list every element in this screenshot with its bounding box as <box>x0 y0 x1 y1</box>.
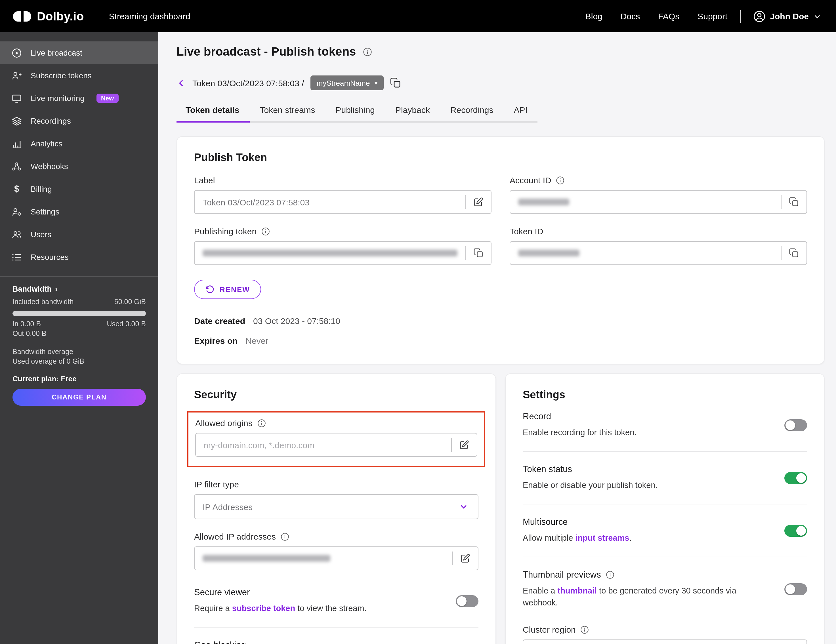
token-status-row: Token status Enable or disable your publ… <box>523 452 807 504</box>
sidebar-item-label: Users <box>31 230 51 239</box>
security-card: Security Allowed origins IP filter t <box>176 373 496 644</box>
edit-icon <box>474 197 483 207</box>
info-icon[interactable] <box>556 176 565 185</box>
edit-label-button[interactable] <box>466 196 491 208</box>
tab-recordings[interactable]: Recordings <box>440 105 504 121</box>
new-badge: New <box>96 94 118 103</box>
token-status-toggle[interactable] <box>784 472 807 484</box>
sidebar-item-label: Recordings <box>31 116 71 126</box>
sidebar-item-webhooks[interactable]: Webhooks <box>0 155 158 178</box>
copy-account-id-button[interactable] <box>782 196 807 208</box>
edit-icon <box>460 553 470 563</box>
copy-publishing-token-button[interactable] <box>466 248 491 259</box>
info-icon[interactable] <box>363 47 372 57</box>
expires-on-label: Expires on <box>194 336 238 346</box>
sidebar-item-users[interactable]: Users <box>0 223 158 246</box>
publish-token-card: Publish Token Label <box>176 136 825 364</box>
sidebar-item-label: Webhooks <box>31 162 68 171</box>
publish-token-heading: Publish Token <box>194 152 807 164</box>
edit-allowed-ips-button[interactable] <box>453 553 478 564</box>
sidebar-item-subscribe-tokens[interactable]: Subscribe tokens <box>0 64 158 87</box>
allowed-origins-input[interactable] <box>196 440 451 450</box>
thumbnail-previews-toggle[interactable] <box>784 583 807 595</box>
play-circle-icon <box>11 47 22 58</box>
change-plan-button[interactable]: CHANGE PLAN <box>13 389 146 406</box>
bandwidth-panel: Bandwidth › Included bandwidth 50.00 GiB… <box>0 276 158 406</box>
bandwidth-progress-bar <box>13 311 146 316</box>
current-plan-label: Current plan: Free <box>13 375 146 383</box>
tab-playback[interactable]: Playback <box>385 105 440 121</box>
secure-viewer-toggle[interactable] <box>456 595 478 607</box>
chevron-down-icon <box>459 502 469 512</box>
info-icon[interactable] <box>606 570 615 579</box>
token-id-field-group: Token ID <box>509 227 807 265</box>
renew-button[interactable]: RENEW <box>194 280 261 299</box>
thumbnail-previews-desc: Enable a thumbnail to be generated every… <box>523 585 771 609</box>
info-icon[interactable] <box>580 625 589 634</box>
sidebar-item-billing[interactable]: $ Billing <box>0 178 158 200</box>
record-desc: Enable recording for this token. <box>523 427 771 439</box>
record-title: Record <box>523 411 771 422</box>
tab-api[interactable]: API <box>504 105 538 121</box>
chevron-down-icon: ▾ <box>374 80 377 86</box>
user-avatar-icon <box>753 10 765 23</box>
sidebar-item-settings[interactable]: Settings <box>0 200 158 223</box>
edit-icon <box>459 440 469 450</box>
tab-token-streams[interactable]: Token streams <box>250 105 325 121</box>
ip-filter-type-select[interactable]: IP Addresses <box>194 494 478 519</box>
user-name: John Doe <box>770 11 809 21</box>
edit-allowed-origins-button[interactable] <box>452 439 477 450</box>
account-id-label: Account ID <box>509 175 551 185</box>
sidebar-item-live-monitoring[interactable]: Live monitoring New <box>0 87 158 109</box>
back-chevron-icon[interactable] <box>176 78 186 88</box>
sidebar-item-resources[interactable]: Resources <box>0 246 158 268</box>
nav-blog[interactable]: Blog <box>585 11 603 21</box>
info-icon[interactable] <box>261 227 270 236</box>
nav-support[interactable]: Support <box>697 11 727 21</box>
nav-faqs[interactable]: FAQs <box>658 11 679 21</box>
stream-name-dropdown[interactable]: myStreamName ▾ <box>310 75 384 90</box>
copy-token-id-button[interactable] <box>782 248 807 259</box>
top-bar: Dolby.io Streaming dashboard Blog Docs F… <box>0 0 836 33</box>
dolby-logo[interactable]: Dolby.io <box>13 9 84 23</box>
record-toggle[interactable] <box>784 419 807 431</box>
multisource-toggle[interactable] <box>784 525 807 536</box>
user-menu[interactable]: John Doe <box>753 10 821 23</box>
cluster-region-select[interactable]: Use account default <box>523 639 807 644</box>
thumbnail-previews-row: Thumbnail previews Enable a thumbnail to… <box>523 557 807 621</box>
tab-publishing[interactable]: Publishing <box>325 105 385 121</box>
logo-text: Dolby.io <box>37 9 84 23</box>
app-title: Streaming dashboard <box>109 11 190 21</box>
label-input[interactable] <box>195 197 465 207</box>
bandwidth-out: Out 0.00 B <box>13 330 146 337</box>
sidebar-item-label: Live monitoring <box>31 94 85 103</box>
info-icon[interactable] <box>280 532 289 541</box>
bandwidth-in: In 0.00 B <box>13 320 41 328</box>
redacted-value <box>202 249 457 256</box>
tab-token-details[interactable]: Token details <box>176 105 250 121</box>
sidebar-item-label: Billing <box>31 184 52 194</box>
sidebar-item-label: Live broadcast <box>31 48 82 57</box>
token-status-desc: Enable or disable your publish token. <box>523 479 771 491</box>
sidebar-item-recordings[interactable]: Recordings <box>0 109 158 132</box>
bandwidth-overage-value: Used overage of 0 GiB <box>13 357 146 365</box>
token-breadcrumb-label: Token 03/Oct/2023 07:58:03 / <box>193 78 304 88</box>
label-field-group: Label <box>194 175 491 214</box>
sidebar-item-analytics[interactable]: Analytics <box>0 132 158 155</box>
copy-icon[interactable] <box>390 77 402 88</box>
bandwidth-overage-title: Bandwidth overage <box>13 348 146 356</box>
sidebar-item-live-broadcast[interactable]: Live broadcast <box>0 41 158 64</box>
bandwidth-link[interactable]: Bandwidth › <box>13 285 146 293</box>
page-title: Live broadcast - Publish tokens <box>176 45 356 59</box>
info-icon[interactable] <box>257 419 266 427</box>
list-icon <box>11 252 22 262</box>
thumbnail-link[interactable]: thumbnail <box>558 586 597 595</box>
nav-docs[interactable]: Docs <box>620 11 640 21</box>
account-id-field-group: Account ID <box>509 175 807 214</box>
input-streams-link[interactable]: input streams <box>575 533 629 543</box>
label-field-label: Label <box>194 175 215 185</box>
token-id-label: Token ID <box>509 227 543 236</box>
multisource-desc: Allow multiple input streams. <box>523 532 771 544</box>
geo-blocking-row: Geo-blocking Enable publishing streams b… <box>194 628 478 644</box>
subscribe-token-link[interactable]: subscribe token <box>232 604 295 613</box>
